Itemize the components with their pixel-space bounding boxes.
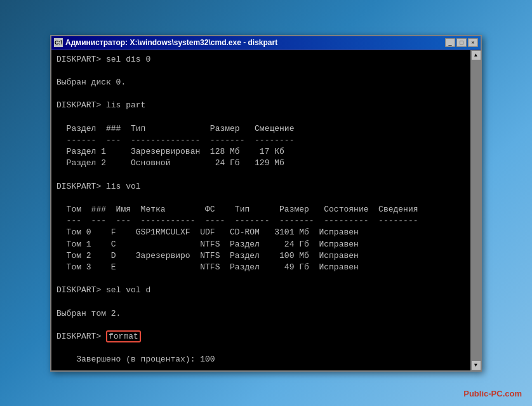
- window-icon: C:\: [54, 38, 63, 47]
- close-button[interactable]: ×: [468, 38, 478, 47]
- minimize-button[interactable]: _: [445, 38, 455, 47]
- highlighted-format-command: format: [106, 330, 141, 342]
- terminal-line-1: DISKPART> sel dis 0 Выбран диск 0. DISKP…: [57, 54, 465, 370]
- terminal-output[interactable]: DISKPART> sel dis 0 Выбран диск 0. DISKP…: [51, 50, 470, 370]
- scroll-down-button[interactable]: ▼: [471, 360, 481, 370]
- watermark: Public-PC.com: [463, 389, 522, 398]
- scrollbar[interactable]: ▲ ▼: [470, 50, 481, 370]
- cmd-window: C:\ Администратор: X:\windows\system32\c…: [50, 35, 482, 372]
- maximize-button[interactable]: □: [456, 38, 467, 47]
- title-bar: C:\ Администратор: X:\windows\system32\c…: [51, 36, 481, 50]
- window-title: Администратор: X:\windows\system32\cmd.e…: [65, 38, 277, 47]
- title-buttons: _ □ ×: [445, 38, 478, 47]
- scroll-up-button[interactable]: ▲: [471, 50, 481, 60]
- window-body: DISKPART> sel dis 0 Выбран диск 0. DISKP…: [51, 50, 481, 370]
- scroll-track[interactable]: [471, 60, 481, 360]
- title-bar-left: C:\ Администратор: X:\windows\system32\c…: [54, 38, 277, 47]
